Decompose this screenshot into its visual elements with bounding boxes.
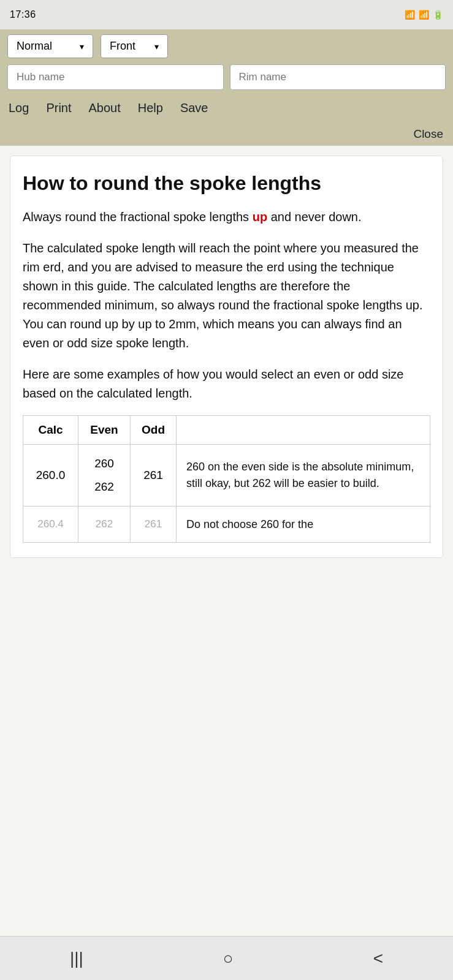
table-header-row: Calc Even Odd — [23, 416, 430, 445]
close-button[interactable]: Close — [413, 127, 443, 141]
para1-highlight: up — [253, 210, 267, 224]
col-header-note — [177, 416, 430, 445]
toolbar-row1: Normal ▾ Front ▾ — [7, 34, 446, 58]
table-cell-calc-1: 260.0 — [23, 445, 78, 507]
home-button[interactable]: ○ — [208, 944, 248, 973]
col-header-calc: Calc — [23, 416, 78, 445]
content-para2: The calculated spoke length will reach t… — [23, 239, 430, 353]
content-card: How to round the spoke lengths Always ro… — [10, 156, 443, 558]
content-para3: Here are some examples of how you would … — [23, 365, 430, 403]
table-row: 260.0 260262 261 260 on the even side is… — [23, 445, 430, 507]
hub-name-input[interactable] — [7, 64, 224, 90]
table-cell-odd-1: 261 — [131, 445, 177, 507]
table-cell-even-2: 262 — [78, 507, 131, 543]
front-dropdown-label: Front — [110, 40, 135, 53]
col-header-odd: Odd — [131, 416, 177, 445]
help-button[interactable]: Help — [137, 99, 164, 118]
battery-icon: 🔋 — [433, 10, 443, 20]
even-vals-1: 260262 — [88, 452, 120, 499]
log-button[interactable]: Log — [7, 99, 30, 118]
table-cell-calc-2: 260.4 — [23, 507, 78, 543]
even-vals-2: 262 — [88, 514, 120, 535]
normal-dropdown-chevron: ▾ — [80, 42, 84, 51]
status-time: 17:36 — [10, 9, 36, 20]
table-row: 260.4 262 261 Do not choose 260 for the — [23, 507, 430, 543]
about-button[interactable]: About — [88, 99, 122, 118]
table-cell-note-1: 260 on the even side is the absolute min… — [177, 445, 430, 507]
front-dropdown-chevron: ▾ — [154, 42, 159, 51]
status-icons: 📶 📶 🔋 — [405, 10, 443, 20]
main-content: How to round the spoke lengths Always ro… — [0, 146, 453, 936]
bottom-nav: ||| ○ < — [0, 936, 453, 980]
spoke-table: Calc Even Odd 260.0 260262 261 260 on th… — [23, 415, 430, 543]
para1-before: Always round the fractional spoke length… — [23, 210, 253, 224]
normal-dropdown-label: Normal — [17, 40, 52, 53]
status-bar: 17:36 📶 📶 🔋 — [0, 0, 453, 29]
table-cell-note-2: Do not choose 260 for the — [177, 507, 430, 543]
normal-dropdown[interactable]: Normal ▾ — [7, 34, 93, 58]
recent-apps-button[interactable]: ||| — [55, 944, 98, 973]
toolbar: Normal ▾ Front ▾ Log Print About Help Sa… — [0, 29, 453, 125]
close-bar: Close — [0, 125, 453, 146]
col-header-even: Even — [78, 416, 131, 445]
toolbar-nav-row: Log Print About Help Save — [7, 96, 446, 120]
table-cell-even-1: 260262 — [78, 445, 131, 507]
front-dropdown[interactable]: Front ▾ — [101, 34, 168, 58]
signal-icon: 📶 — [419, 10, 429, 20]
para1-after: and never down. — [267, 210, 361, 224]
toolbar-row2 — [7, 64, 446, 90]
print-button[interactable]: Print — [45, 99, 72, 118]
save-button[interactable]: Save — [179, 99, 210, 118]
rim-name-input[interactable] — [230, 64, 446, 90]
back-button[interactable]: < — [359, 944, 398, 973]
content-title: How to round the spoke lengths — [23, 171, 430, 195]
content-para1: Always round the fractional spoke length… — [23, 208, 430, 227]
wifi-icon: 📶 — [405, 10, 415, 20]
table-cell-odd-2: 261 — [131, 507, 177, 543]
